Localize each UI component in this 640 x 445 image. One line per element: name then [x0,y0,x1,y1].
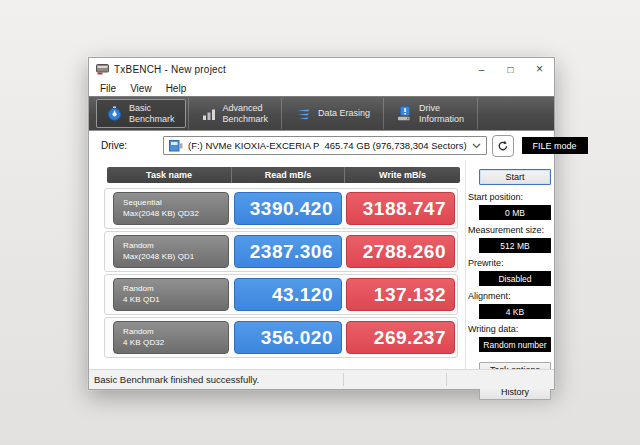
menu-bar: File View Help [89,80,554,96]
tab-basic-benchmark[interactable]: BasicBenchmark [96,99,186,128]
toolbar-separator [188,98,189,129]
stopwatch-icon [107,106,122,121]
drive-selected-value: (F:) NVMe KIOXIA-EXCERIA P 465.74 GB (97… [188,140,467,151]
alignment-value[interactable]: 4 KB [479,304,551,319]
file-mode-button[interactable]: FILE mode [522,137,588,154]
tab-label: Data Erasing [318,108,370,119]
writing-data-value[interactable]: Random number [479,337,551,352]
toolbar: BasicBenchmark AdvancedBenchmark [89,96,554,131]
write-value: 137.132 [346,278,455,311]
desktop-background: TxBENCH - New project – □ × File View He… [0,0,640,445]
txbench-window: TxBENCH - New project – □ × File View He… [88,57,555,390]
start-position-label: Start position: [468,192,554,202]
read-value: 3390.420 [234,192,342,225]
main-content: Task name Read mB/s Write mB/s Sequentia… [89,160,554,369]
status-bar: Basic Benchmark finished successfully. [89,369,554,389]
prewrite-label: Prewrite: [468,258,554,268]
write-value: 269.237 [346,321,455,354]
task-name-badge: Random4 KB QD1 [113,278,229,311]
maximize-button[interactable]: □ [496,58,525,80]
status-message: Basic Benchmark finished successfully. [94,374,259,385]
close-button[interactable]: × [525,58,554,80]
task-name-badge: SequentialMax(2048 KB) QD32 [113,192,229,225]
tab-label: AdvancedBenchmark [223,103,269,124]
refresh-drives-button[interactable] [492,135,514,157]
toolbar-separator [383,98,384,129]
menu-file[interactable]: File [93,83,123,94]
start-button[interactable]: Start [479,169,551,185]
title-bar: TxBENCH - New project – □ × [89,58,554,80]
window-controls: – □ × [467,58,554,80]
tab-advanced-benchmark[interactable]: AdvancedBenchmark [191,99,280,128]
menu-help[interactable]: Help [159,83,194,94]
start-position-value[interactable]: 0 MB [479,205,551,220]
tab-label: BasicBenchmark [129,103,175,124]
tab-label: DriveInformation [419,103,464,124]
task-name-badge: Random4 KB QD32 [113,321,229,354]
drive-select[interactable]: (F:) NVMe KIOXIA-EXCERIA P 465.74 GB (97… [163,136,487,155]
measurement-size-label: Measurement size: [468,225,554,235]
status-separator [446,373,447,386]
refresh-icon [497,140,509,152]
toolbar-separator [477,98,478,129]
prewrite-value[interactable]: Disabled [479,271,551,286]
write-value: 2788.260 [346,235,455,268]
read-value: 2387.306 [234,235,342,268]
column-task-name: Task name [107,167,231,183]
alignment-label: Alignment: [468,291,554,301]
window-title: TxBENCH - New project [114,64,467,75]
toolbar-separator [281,98,282,129]
tab-data-erasing[interactable]: Data Erasing [284,99,381,128]
minimize-button[interactable]: – [467,58,496,80]
table-row: RandomMax(2048 KB) QD1 2387.306 2788.260 [104,231,458,272]
app-icon [96,64,109,75]
measurement-size-value[interactable]: 512 MB [479,238,551,253]
menu-view[interactable]: View [123,83,159,94]
bar-chart-icon [202,107,216,121]
drive-info-icon [397,106,412,121]
results-table: Task name Read mB/s Write mB/s Sequentia… [89,160,465,369]
writing-data-label: Writing data: [468,324,554,334]
table-row: SequentialMax(2048 KB) QD32 3390.420 318… [104,188,458,229]
column-read: Read mB/s [231,167,344,183]
table-row: Random4 KB QD32 356.020 269.237 [104,317,458,358]
chevron-down-icon [472,143,481,149]
write-value: 3188.747 [346,192,455,225]
table-row: Random4 KB QD1 43.120 137.132 [104,274,458,315]
drive-row: Drive: (F:) NVMe KIOXIA-EXCERIA P 465.74… [89,131,554,160]
drive-label: Drive: [101,140,163,151]
read-value: 356.020 [234,321,342,354]
table-header: Task name Read mB/s Write mB/s [107,167,460,183]
status-separator [343,373,344,386]
eraser-icon [295,107,311,121]
task-name-badge: RandomMax(2048 KB) QD1 [113,235,229,268]
drive-icon [169,140,183,152]
read-value: 43.120 [234,278,342,311]
column-write: Write mB/s [344,167,460,183]
settings-sidebar: Start Start position: 0 MB Measurement s… [465,160,554,369]
tab-drive-information[interactable]: DriveInformation [386,99,475,128]
